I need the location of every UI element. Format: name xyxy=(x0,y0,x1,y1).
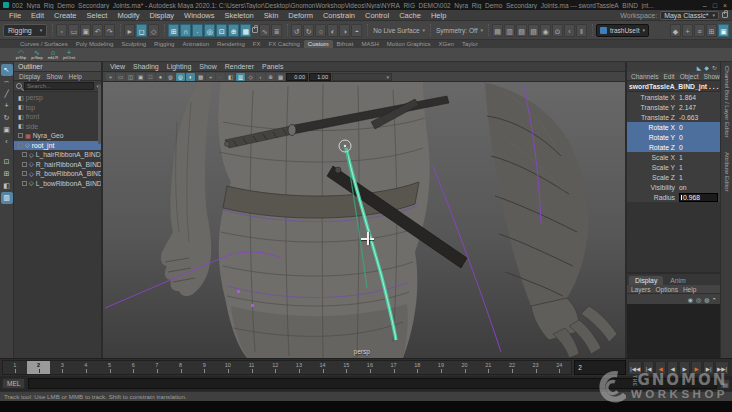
outliner-item[interactable]: L_hairRibbonA_BIND_jnt xyxy=(14,150,101,160)
lock-selection-icon[interactable] xyxy=(252,27,258,33)
viewport-menu-item[interactable]: Panels xyxy=(259,63,286,70)
expand-box-icon[interactable] xyxy=(22,171,27,176)
playback-button[interactable]: |◀◀ xyxy=(628,361,642,375)
shelf-tab[interactable]: Sculpting xyxy=(117,40,150,48)
gamma-field[interactable]: 1.00 xyxy=(309,73,331,81)
menu-item[interactable]: Deform xyxy=(283,11,318,20)
tool-icon[interactable]: ↖ xyxy=(1,64,13,76)
viewport-toolbar-icon[interactable]: ▦ xyxy=(276,73,285,81)
frame-tick[interactable]: 20 xyxy=(453,361,477,374)
frame-tick[interactable]: 11 xyxy=(240,361,264,374)
shelf-button[interactable]: ◠ prShp xyxy=(14,48,28,61)
shelf-button[interactable]: ∿ prSwp xyxy=(30,48,44,61)
menu-set-selector[interactable]: Rigging ▾ xyxy=(3,24,47,37)
viewport-toolbar-icon[interactable]: ◇ xyxy=(246,73,255,81)
frame-tick[interactable]: 22 xyxy=(500,361,524,374)
tool-icon[interactable]: ▣ xyxy=(1,124,13,136)
channel-box-icon[interactable]: ◆ xyxy=(704,64,709,71)
channel-box-icon[interactable]: ↻ xyxy=(712,64,717,71)
selection-mask-icon[interactable]: ► xyxy=(124,24,135,37)
channel-box-menu-item[interactable]: Object xyxy=(678,73,701,80)
channel-row[interactable]: Translate Z -0.663 xyxy=(627,112,720,122)
snap-icon[interactable]: ⊡ xyxy=(216,24,227,37)
playback-button[interactable]: ▶| xyxy=(703,361,714,375)
workspace-selector[interactable]: Maya Classic* ▾ xyxy=(660,11,719,20)
channel-row[interactable]: Translate Y 2.147 xyxy=(627,102,720,112)
outliner-item[interactable]: Nyra_Geo xyxy=(14,131,101,141)
layout-button[interactable]: ◧ xyxy=(1,180,13,192)
shelf-tab[interactable]: Bifrost xyxy=(333,40,358,48)
shelf-tab[interactable]: Taylor xyxy=(458,40,482,48)
viewport-toolbar-icon[interactable]: ◧ xyxy=(226,73,235,81)
channel-value[interactable]: on xyxy=(679,184,720,191)
outliner-item[interactable]: root_jnt xyxy=(14,141,101,151)
frame-tick[interactable]: 4 xyxy=(74,361,98,374)
viewport-toolbar-icon[interactable]: ‹ xyxy=(256,73,265,81)
layer-editor-menu-item[interactable]: Help xyxy=(681,286,698,293)
channel-row[interactable]: Scale Y 1 xyxy=(627,162,720,172)
viewport-toolbar-icon[interactable]: ▥ xyxy=(236,73,245,81)
menu-item[interactable]: Modify xyxy=(112,11,144,20)
playback-button[interactable]: ▶▶| xyxy=(715,361,729,375)
render-icon[interactable]: ‹ xyxy=(564,24,575,37)
menu-item[interactable]: Cache xyxy=(394,11,426,20)
no-live-surface-label[interactable]: No Live Surface xyxy=(371,27,421,34)
frame-tick[interactable]: 13 xyxy=(287,361,311,374)
channel-value[interactable]: 1.864 xyxy=(679,94,720,101)
status-icon[interactable]: ↶ xyxy=(92,24,103,37)
snap-icon[interactable]: ▦ xyxy=(240,24,251,37)
sidebar-toggle-icon[interactable]: ≡ xyxy=(694,24,705,37)
frame-tick[interactable]: 6 xyxy=(121,361,145,374)
viewport-toolbar-icon[interactable]: ▩ xyxy=(196,73,205,81)
menu-item[interactable]: Skin xyxy=(259,11,284,20)
frame-tick[interactable]: 12 xyxy=(263,361,287,374)
frame-tick[interactable]: 15 xyxy=(334,361,358,374)
menu-item[interactable]: Constrain xyxy=(318,11,360,20)
viewport-toolbar-icon[interactable]: ▣ xyxy=(136,73,145,81)
render-setup-dropdown[interactable]: ▾ xyxy=(332,73,392,81)
outliner-header[interactable]: Outliner xyxy=(14,62,101,72)
tool-icon[interactable]: + xyxy=(1,100,13,112)
snap-icon[interactable]: ⊞ xyxy=(168,24,179,37)
shelf-button[interactable]: + jntOrnt xyxy=(62,48,76,61)
channel-row[interactable]: Scale X 1 xyxy=(627,152,720,162)
viewport-menu-item[interactable]: Shading xyxy=(130,63,162,70)
frame-tick[interactable]: 16 xyxy=(358,361,382,374)
frame-tick[interactable]: 19 xyxy=(429,361,453,374)
expand-box-icon[interactable] xyxy=(18,133,23,138)
channel-value[interactable]: 1 xyxy=(679,164,720,171)
channel-row[interactable]: Rotate Y 0 xyxy=(627,132,720,142)
tool-icon[interactable]: ‹ xyxy=(1,136,13,148)
outliner-search-input[interactable] xyxy=(24,82,94,90)
symmetry-icon[interactable]: ◑ xyxy=(339,24,350,37)
close-button[interactable]: × xyxy=(723,2,727,9)
channel-row[interactable]: Visibility on xyxy=(627,182,720,192)
sidebar-toggle-icon[interactable]: ▣ xyxy=(718,24,729,37)
frame-tick[interactable]: 9 xyxy=(192,361,216,374)
shelf-tab[interactable]: MASH xyxy=(358,40,383,48)
viewport-toolbar-icon[interactable]: ◎ xyxy=(176,73,185,81)
channel-value[interactable]: 1 xyxy=(679,154,720,161)
channel-box-menu-item[interactable]: Show xyxy=(701,73,721,80)
viewport-toolbar-icon[interactable]: ◫ xyxy=(126,73,135,81)
render-icon[interactable]: ⊙ xyxy=(552,24,563,37)
viewport-toolbar-icon[interactable]: ◐ xyxy=(186,73,195,81)
channel-value[interactable]: 1 xyxy=(679,174,720,181)
symmetry-icon[interactable]: ○ xyxy=(315,24,326,37)
status-icon[interactable]: ▫ xyxy=(56,24,67,37)
channel-box-menu-item[interactable]: Channels xyxy=(629,73,660,80)
channel-row[interactable]: Rotate X 0 xyxy=(627,122,720,132)
workspace-lock-icon[interactable] xyxy=(722,12,728,18)
expand-box-icon[interactable] xyxy=(22,152,27,157)
minimize-button[interactable]: – xyxy=(703,2,707,9)
viewport-menu-item[interactable]: View xyxy=(107,63,128,70)
playback-button[interactable]: |◀ xyxy=(643,361,654,375)
render-icon[interactable]: ◉ xyxy=(540,24,551,37)
selection-mask-icon[interactable]: ◇ xyxy=(148,24,159,37)
channel-value[interactable]: 0 xyxy=(679,144,720,151)
viewport-menu-item[interactable]: Show xyxy=(196,63,220,70)
outliner-item[interactable]: top xyxy=(14,103,101,113)
frame-tick[interactable]: 18 xyxy=(405,361,429,374)
viewport-canvas[interactable]: persp xyxy=(103,82,625,358)
symmetry-icon[interactable]: ◐ xyxy=(327,24,338,37)
